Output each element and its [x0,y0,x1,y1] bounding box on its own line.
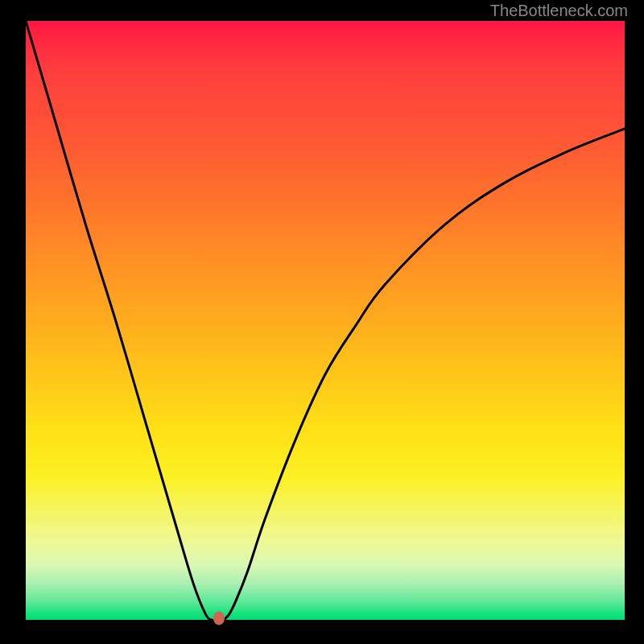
plot-area [26,21,625,620]
bottleneck-curve [26,21,625,620]
chart-container: TheBottleneck.com [0,0,644,644]
watermark-text: TheBottleneck.com [490,2,628,20]
optimal-point-marker [213,611,225,625]
